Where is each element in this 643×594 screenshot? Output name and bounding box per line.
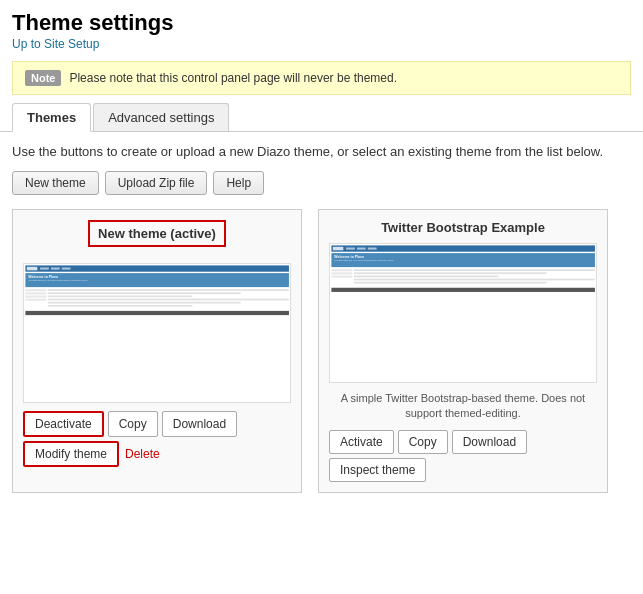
tabs-bar: Themes Advanced settings <box>0 103 643 132</box>
theme-card-title-wrapper-2: Twitter Bootstrap Example <box>329 220 597 235</box>
page-title: Theme settings <box>12 10 631 36</box>
help-button[interactable]: Help <box>213 171 264 195</box>
content-area: Use the buttons to create or upload a ne… <box>0 132 643 505</box>
note-text: Please note that this control panel page… <box>69 71 397 85</box>
theme-preview-2: Welcome to Plone Congratulations! You ha… <box>329 243 597 383</box>
upload-zip-button[interactable]: Upload Zip file <box>105 171 208 195</box>
description-text: Use the buttons to create or upload a ne… <box>12 144 631 159</box>
theme-preview-1: Welcome to Plone Congratulations! You ha… <box>23 263 291 403</box>
theme-card-new-theme: New theme (active) Welcome to Plone <box>12 209 302 493</box>
download-button-1[interactable]: Download <box>162 411 237 437</box>
note-bar: Note Please note that this control panel… <box>12 61 631 95</box>
theme-buttons-row2-1: Modify theme Delete <box>23 441 291 467</box>
delete-link-1[interactable]: Delete <box>123 443 162 465</box>
deactivate-button[interactable]: Deactivate <box>23 411 104 437</box>
theme-card-title-2: Twitter Bootstrap Example <box>381 220 545 235</box>
theme-card-title-1: New theme (active) <box>88 220 226 247</box>
theme-buttons-2: Activate Copy Download <box>329 430 597 454</box>
tab-themes[interactable]: Themes <box>12 103 91 132</box>
copy-button-1[interactable]: Copy <box>108 411 158 437</box>
breadcrumb-link[interactable]: Up to Site Setup <box>12 37 99 51</box>
theme-card-title-wrapper-1: New theme (active) <box>23 220 291 255</box>
modify-theme-button[interactable]: Modify theme <box>23 441 119 467</box>
inspect-theme-button[interactable]: Inspect theme <box>329 458 426 482</box>
toolbar-buttons: New theme Upload Zip file Help <box>12 171 631 195</box>
theme-card-twitter: Twitter Bootstrap Example Welcome to Plo… <box>318 209 608 493</box>
note-label: Note <box>25 70 61 86</box>
theme-description-2: A simple Twitter Bootstrap-based theme. … <box>329 391 597 422</box>
themes-grid: New theme (active) Welcome to Plone <box>12 209 631 493</box>
copy-button-2[interactable]: Copy <box>398 430 448 454</box>
theme-buttons-1: Deactivate Copy Download <box>23 411 291 437</box>
download-button-2[interactable]: Download <box>452 430 527 454</box>
new-theme-button[interactable]: New theme <box>12 171 99 195</box>
tab-advanced[interactable]: Advanced settings <box>93 103 229 131</box>
theme-buttons-row2-2: Inspect theme <box>329 458 597 482</box>
activate-button[interactable]: Activate <box>329 430 394 454</box>
